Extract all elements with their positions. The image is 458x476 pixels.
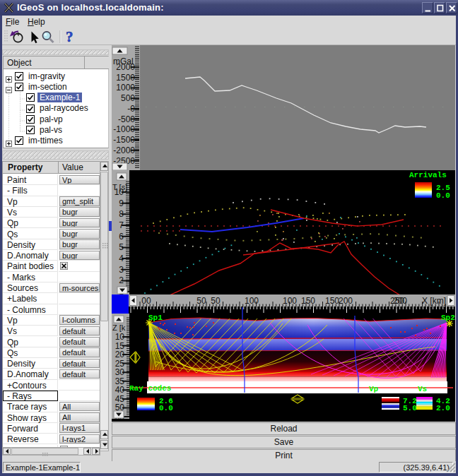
svg-text:150: 150 <box>301 296 315 306</box>
svg-text:-1500: -1500 <box>113 135 135 145</box>
svg-text:-1000: -1000 <box>113 124 135 134</box>
svg-text:-2000: -2000 <box>113 145 135 155</box>
svg-text:0.0: 0.0 <box>436 191 450 200</box>
svg-text:2.0: 2.0 <box>436 404 450 412</box>
svg-text:100: 100 <box>245 296 259 306</box>
svg-text:200: 200 <box>393 296 407 306</box>
svg-text:1000: 1000 <box>116 83 135 93</box>
svg-text:50: 50 <box>211 296 221 306</box>
svg-text:Sp2: Sp2 <box>441 314 455 322</box>
svg-text:Z [k: Z [k <box>112 323 126 332</box>
svg-text:Vs: Vs <box>418 385 427 393</box>
svg-text:?: ? <box>66 28 74 45</box>
svg-text:5.0: 5.0 <box>403 404 417 412</box>
svg-text:1500: 1500 <box>116 73 135 83</box>
svg-text:Ray codes: Ray codes <box>129 384 171 393</box>
svg-text:3: 3 <box>119 265 124 275</box>
svg-text:mGal: mGal <box>113 56 134 66</box>
svg-text:-500: -500 <box>118 114 135 124</box>
svg-text:Arrivals: Arrivals <box>409 171 447 179</box>
svg-text:2: 2 <box>119 275 124 285</box>
svg-text:8: 8 <box>119 209 124 219</box>
svg-text:9: 9 <box>119 198 124 208</box>
svg-text:7: 7 <box>119 220 124 230</box>
svg-text:5: 5 <box>119 242 124 252</box>
svg-text:100: 100 <box>283 296 297 306</box>
svg-text:0.0: 0.0 <box>159 404 173 412</box>
svg-text:T [s]: T [s] <box>112 183 127 191</box>
svg-text:4: 4 <box>119 254 124 263</box>
svg-text:-0: -0 <box>127 104 135 114</box>
svg-text:6: 6 <box>119 232 124 242</box>
svg-text:Sp1: Sp1 <box>148 314 163 322</box>
svg-text:50: 50 <box>196 296 206 306</box>
svg-text:500: 500 <box>121 93 135 103</box>
svg-text:Vp: Vp <box>369 385 379 393</box>
